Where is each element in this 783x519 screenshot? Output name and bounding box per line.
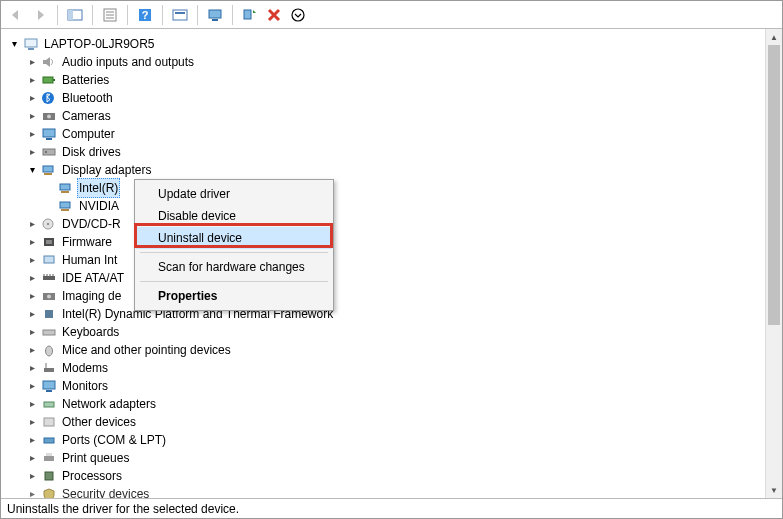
forward-button[interactable] xyxy=(29,4,51,26)
chevron-right-icon[interactable]: ▸ xyxy=(25,487,39,498)
tree-category[interactable]: ▸ Human Int xyxy=(3,251,782,269)
properties-icon xyxy=(102,7,118,23)
display-adapter-icon xyxy=(57,180,75,196)
tree-category[interactable]: ▸ Cameras xyxy=(3,107,782,125)
tree-root[interactable]: ▾ LAPTOP-0LJR9OR5 xyxy=(3,35,782,53)
category-label: Cameras xyxy=(60,107,113,125)
toolbar-separator xyxy=(232,5,233,25)
tree-category[interactable]: ▸ Ports (COM & LPT) xyxy=(3,431,782,449)
scroll-up-icon[interactable]: ▲ xyxy=(766,29,782,45)
scan-icon xyxy=(242,7,258,23)
show-hide-tree-button[interactable] xyxy=(64,4,86,26)
svg-rect-53 xyxy=(44,456,54,461)
tree-category[interactable]: ▸ Firmware xyxy=(3,233,782,251)
disk-icon xyxy=(40,144,58,160)
tree-category[interactable]: ▸ Imaging de xyxy=(3,287,782,305)
category-label: Print queues xyxy=(60,449,131,467)
root-label: LAPTOP-0LJR9OR5 xyxy=(42,35,157,53)
tree-category[interactable]: ▸ Security devices xyxy=(3,485,782,498)
chevron-right-icon[interactable]: ▸ xyxy=(25,379,39,393)
vertical-scrollbar[interactable]: ▲ ▼ xyxy=(765,29,782,498)
tree-category[interactable]: ▸ IDE ATA/AT xyxy=(3,269,782,287)
help-button[interactable]: ? xyxy=(134,4,156,26)
chevron-right-icon[interactable]: ▸ xyxy=(25,109,39,123)
chip-icon xyxy=(40,306,58,322)
chevron-down-icon[interactable]: ▾ xyxy=(7,37,21,51)
ctx-item-label: Properties xyxy=(158,289,217,303)
tree-category-display-adapters[interactable]: ▾ Display adapters xyxy=(3,161,782,179)
tree-category[interactable]: ▸ Mice and other pointing devices xyxy=(3,341,782,359)
tree-category[interactable]: ▸ Disk drives xyxy=(3,143,782,161)
chevron-right-icon[interactable]: ▸ xyxy=(25,127,39,141)
svg-point-45 xyxy=(46,346,53,356)
chevron-right-icon[interactable]: ▸ xyxy=(25,271,39,285)
chevron-right-icon[interactable]: ▸ xyxy=(25,343,39,357)
tree-category[interactable]: ▸ Print queues xyxy=(3,449,782,467)
tree-device-intel[interactable]: Intel(R) xyxy=(3,179,782,197)
tree-category[interactable]: ▸ Processors xyxy=(3,467,782,485)
category-label: Security devices xyxy=(60,485,151,498)
chevron-right-icon[interactable]: ▸ xyxy=(25,145,39,159)
svg-rect-46 xyxy=(44,368,54,372)
tree-category[interactable]: ▸ Other devices xyxy=(3,413,782,431)
properties-button[interactable] xyxy=(99,4,121,26)
svg-rect-16 xyxy=(43,77,53,83)
tree-category[interactable]: ▸ Bluetooth xyxy=(3,89,782,107)
back-button[interactable] xyxy=(5,4,27,26)
chevron-right-icon[interactable]: ▸ xyxy=(25,397,39,411)
action-button[interactable] xyxy=(169,4,191,26)
svg-rect-17 xyxy=(53,79,55,81)
svg-point-32 xyxy=(47,223,50,226)
ctx-uninstall-device[interactable]: Uninstall device xyxy=(136,227,332,249)
chevron-right-icon[interactable]: ▸ xyxy=(25,415,39,429)
scroll-down-icon[interactable]: ▼ xyxy=(766,482,782,498)
category-label: Processors xyxy=(60,467,124,485)
ctx-item-label: Scan for hardware changes xyxy=(158,260,305,274)
svg-point-42 xyxy=(47,295,51,299)
svg-point-24 xyxy=(45,151,47,153)
remove-button[interactable] xyxy=(263,4,285,26)
chevron-down-icon[interactable]: ▾ xyxy=(25,163,39,177)
remote-button[interactable] xyxy=(204,4,226,26)
tree-category[interactable]: ▸ Intel(R) Dynamic Platform and Thermal … xyxy=(3,305,782,323)
console-tree-icon xyxy=(67,7,83,23)
scan-button[interactable] xyxy=(239,4,261,26)
tree-category[interactable]: ▸ Computer xyxy=(3,125,782,143)
chevron-right-icon[interactable]: ▸ xyxy=(25,433,39,447)
svg-rect-34 xyxy=(46,240,52,244)
chevron-right-icon[interactable]: ▸ xyxy=(25,217,39,231)
device-tree: ▾ LAPTOP-0LJR9OR5 ▸ Audio inputs and out… xyxy=(1,29,782,498)
context-menu: Update driver Disable device Uninstall d… xyxy=(134,179,334,311)
scrollbar-thumb[interactable] xyxy=(768,45,780,325)
tree-category[interactable]: ▸ Network adapters xyxy=(3,395,782,413)
chevron-right-icon[interactable]: ▸ xyxy=(25,55,39,69)
chevron-right-icon[interactable]: ▸ xyxy=(25,73,39,87)
tree-category[interactable]: ▸ Modems xyxy=(3,359,782,377)
ctx-properties[interactable]: Properties xyxy=(136,285,332,307)
category-label: Mice and other pointing devices xyxy=(60,341,233,359)
tree-category[interactable]: ▸ Keyboards xyxy=(3,323,782,341)
chevron-right-icon[interactable]: ▸ xyxy=(25,253,39,267)
tree-device-nvidia[interactable]: NVIDIA xyxy=(3,197,782,215)
chevron-right-icon[interactable]: ▸ xyxy=(25,91,39,105)
chevron-right-icon[interactable]: ▸ xyxy=(25,469,39,483)
chevron-right-icon[interactable]: ▸ xyxy=(25,451,39,465)
toggle-button[interactable] xyxy=(287,4,309,26)
chevron-right-icon[interactable]: ▸ xyxy=(25,325,39,339)
tree-category[interactable]: ▸ Batteries xyxy=(3,71,782,89)
ctx-scan-hardware[interactable]: Scan for hardware changes xyxy=(136,256,332,278)
tree-category[interactable]: ▸ DVD/CD-R xyxy=(3,215,782,233)
chevron-right-icon[interactable]: ▸ xyxy=(25,235,39,249)
category-label: Bluetooth xyxy=(60,89,115,107)
tree-category[interactable]: ▸ Audio inputs and outputs xyxy=(3,53,782,71)
ctx-disable-device[interactable]: Disable device xyxy=(136,205,332,227)
tree-category[interactable]: ▸ Monitors xyxy=(3,377,782,395)
ctx-update-driver[interactable]: Update driver xyxy=(136,183,332,205)
chevron-right-icon[interactable]: ▸ xyxy=(25,307,39,321)
svg-rect-54 xyxy=(46,453,52,456)
remove-icon xyxy=(266,7,282,23)
chevron-right-icon[interactable]: ▸ xyxy=(25,289,39,303)
chevron-right-icon[interactable]: ▸ xyxy=(25,361,39,375)
security-icon xyxy=(40,486,58,498)
svg-rect-43 xyxy=(45,310,53,318)
